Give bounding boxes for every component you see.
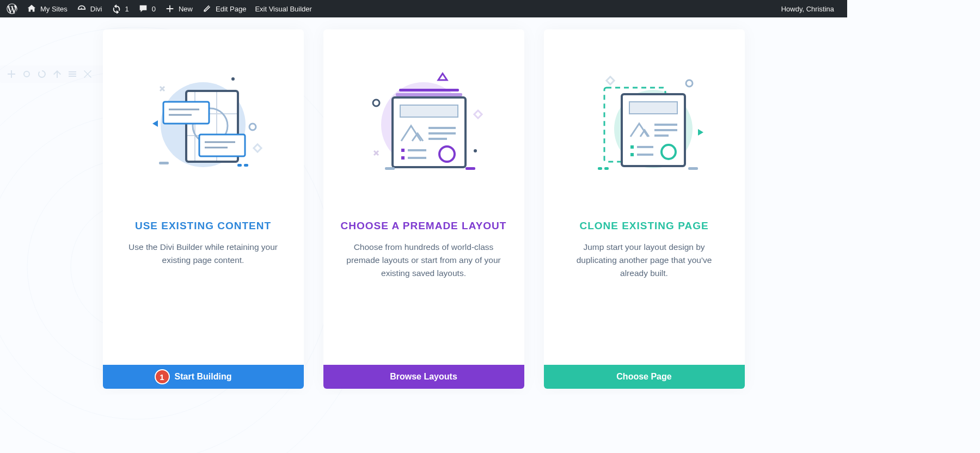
site-link[interactable]: Divi — [72, 0, 107, 17]
updates-link[interactable]: 1 — [107, 0, 133, 17]
svg-rect-42 — [474, 111, 482, 118]
start-building-button[interactable]: 1 Start Building — [103, 365, 304, 389]
comment-icon — [138, 3, 149, 14]
svg-rect-62 — [688, 167, 698, 170]
new-link[interactable]: New — [160, 0, 197, 17]
svg-rect-52 — [630, 145, 634, 149]
svg-rect-28 — [396, 93, 462, 96]
svg-marker-39 — [438, 74, 447, 80]
house-icon — [26, 3, 37, 14]
wp-admin-bar-left: My Sites Divi 1 0 New — [2, 0, 316, 17]
svg-rect-13 — [163, 102, 209, 124]
svg-rect-34 — [401, 149, 405, 152]
plus-icon — [164, 3, 175, 14]
card-description: Use the Divi Builder while retaining you… — [103, 232, 304, 267]
svg-point-20 — [249, 124, 256, 130]
step-badge: 1 — [155, 369, 170, 384]
button-label: Choose Page — [616, 372, 671, 382]
my-sites-link[interactable]: My Sites — [22, 0, 72, 17]
wp-admin-bar: My Sites Divi 1 0 New — [0, 0, 847, 17]
refresh-icon — [111, 3, 122, 14]
use-existing-content-card: USE EXISTING CONTENT Use the Divi Builde… — [103, 29, 304, 389]
svg-point-40 — [373, 100, 379, 106]
pencil-icon — [201, 3, 212, 14]
svg-rect-43 — [385, 167, 395, 170]
svg-rect-22 — [254, 144, 261, 152]
choose-page-button[interactable]: Choose Page — [544, 365, 745, 389]
account-link[interactable]: Howdy, Christina — [777, 5, 838, 13]
exit-visual-builder-link[interactable]: Exit Visual Builder — [250, 0, 316, 17]
edit-page-label: Edit Page — [216, 5, 246, 13]
svg-marker-19 — [152, 120, 158, 127]
svg-point-58 — [686, 80, 693, 87]
exit-vb-label: Exit Visual Builder — [255, 5, 312, 13]
svg-rect-36 — [401, 156, 405, 160]
new-label: New — [179, 5, 193, 13]
svg-point-41 — [474, 149, 477, 152]
clone-page-illustration — [544, 29, 745, 198]
gauge-icon — [76, 3, 87, 14]
svg-rect-44 — [465, 167, 475, 170]
svg-rect-16 — [199, 134, 245, 156]
clone-existing-page-card: CLONE EXISTING PAGE Jump start your layo… — [544, 29, 745, 389]
svg-rect-48 — [629, 102, 677, 114]
updates-count: 1 — [125, 5, 129, 13]
svg-rect-24 — [237, 164, 242, 167]
existing-content-illustration — [103, 29, 304, 198]
choose-premade-layout-card: CHOOSE A PREMADE LAYOUT Choose from hund… — [323, 29, 524, 389]
wp-admin-bar-right: Howdy, Christina — [777, 5, 843, 13]
svg-point-21 — [231, 77, 235, 81]
card-title: CHOOSE A PREMADE LAYOUT — [323, 220, 524, 232]
svg-rect-54 — [630, 153, 634, 156]
wordpress-menu[interactable] — [2, 0, 22, 17]
button-label: Start Building — [175, 372, 232, 382]
button-label: Browse Layouts — [390, 372, 457, 382]
svg-rect-30 — [400, 105, 458, 117]
greeting-label: Howdy, Christina — [781, 5, 834, 13]
wordpress-logo-icon — [7, 3, 17, 14]
edit-page-link[interactable]: Edit Page — [197, 0, 250, 17]
card-title: CLONE EXISTING PAGE — [544, 220, 745, 232]
svg-marker-57 — [698, 129, 703, 136]
comments-count: 0 — [152, 5, 156, 13]
svg-rect-61 — [604, 167, 609, 170]
svg-rect-60 — [598, 167, 602, 170]
svg-rect-25 — [244, 164, 248, 167]
builder-choice-cards: USE EXISTING CONTENT Use the Divi Builde… — [0, 17, 847, 389]
svg-rect-59 — [607, 77, 614, 84]
card-title: USE EXISTING CONTENT — [103, 220, 304, 232]
svg-rect-23 — [159, 162, 169, 164]
premade-layout-illustration — [323, 29, 524, 198]
my-sites-label: My Sites — [40, 5, 68, 13]
browse-layouts-button[interactable]: Browse Layouts — [323, 365, 524, 389]
svg-rect-27 — [399, 89, 459, 91]
site-name-label: Divi — [90, 5, 102, 13]
card-description: Jump start your layout design by duplica… — [544, 232, 745, 280]
comments-link[interactable]: 0 — [133, 0, 160, 17]
card-description: Choose from hundreds of world-class prem… — [323, 232, 524, 280]
